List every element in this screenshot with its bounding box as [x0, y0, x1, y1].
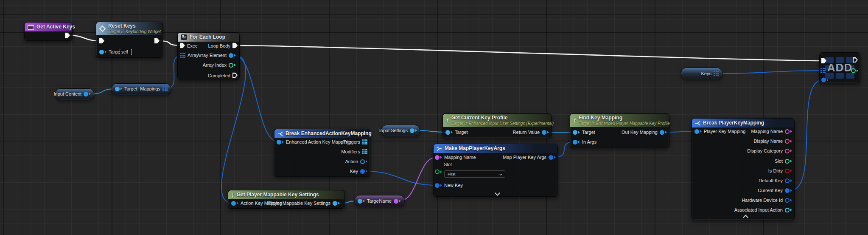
- slot-select-value: First: [448, 172, 455, 176]
- break-struct-icon: [695, 121, 700, 126]
- make-map-player-key-args-header: Make MapPlayerKeyArgs: [434, 144, 557, 153]
- wire[interactable]: [234, 55, 278, 142]
- input-settings-out-pin[interactable]: Input Settings: [379, 128, 417, 133]
- loop-icon: ↻: [181, 34, 187, 40]
- wire[interactable]: [365, 171, 437, 185]
- in-args-in-pin[interactable]: In Args: [573, 139, 596, 144]
- blueprint-graph-canvas[interactable]: Get Active KeysReset KeysTarget is Keybi…: [0, 0, 868, 235]
- pin-label: In Args: [582, 139, 596, 144]
- hardware-device-id-out-pin[interactable]: Hardware Device Id: [742, 198, 792, 203]
- pin-circle: [851, 68, 856, 73]
- name-out-pin[interactable]: Name: [379, 198, 401, 204]
- pin-wedge: [366, 170, 367, 173]
- pin-label: Default Key: [759, 178, 783, 183]
- expand-pins-chevron[interactable]: [496, 191, 499, 195]
- node-title: Reset Keys: [108, 23, 161, 29]
- default-key-out-pin[interactable]: Default Key: [759, 178, 792, 183]
- target-self-input[interactable]: self: [120, 49, 132, 55]
- pin-label: Enhanced Action Key Mapping: [286, 139, 350, 144]
- exec-out-pin[interactable]: [65, 33, 70, 38]
- display-name-out-pin[interactable]: Display Name: [754, 139, 792, 144]
- pin-wedge: [578, 141, 580, 143]
- node-subtitle: Target is Enhanced Player Mappable Key P…: [579, 121, 670, 126]
- chevron-up-icon: [743, 215, 748, 220]
- wire[interactable]: [399, 157, 437, 201]
- pin-circle: [115, 87, 120, 91]
- exec-in-pin[interactable]: [99, 38, 104, 44]
- pin-circle: [785, 169, 790, 173]
- pin-circle: [694, 129, 699, 134]
- triggers-out-pin[interactable]: Triggers: [343, 139, 367, 144]
- array-in-pin[interactable]: Array: [180, 53, 199, 58]
- pin-circle: [785, 178, 790, 183]
- exec-in-pin[interactable]: [821, 58, 826, 64]
- pin-label: Player Mappable Key Settings: [268, 201, 330, 206]
- collapse-pins-chevron[interactable]: [744, 215, 748, 219]
- map-player-key-args-out-pin[interactable]: Map Player Key Args: [503, 155, 556, 160]
- target-in-pin[interactable]: Target: [99, 49, 122, 54]
- exec-out-pin[interactable]: [154, 38, 160, 44]
- get-player-mappable-key-settings-node[interactable]: ƒGet Player Mappable Key Settings: [228, 190, 345, 209]
- current-key-out-pin[interactable]: Current Key: [758, 188, 792, 193]
- associated-input-action-out-pin[interactable]: Associated Input Action: [734, 207, 792, 212]
- loop-body-out-pin[interactable]: Loop Body: [208, 43, 238, 48]
- pin-circle: [785, 159, 790, 164]
- enum-in-pin[interactable]: [435, 170, 442, 174]
- pin-wedge: [790, 170, 792, 172]
- return-value-out-pin[interactable]: Return Value: [513, 130, 549, 135]
- key-out-pin[interactable]: Key: [350, 169, 367, 174]
- enhanced-action-key-mapping-in-pin[interactable]: Enhanced Action Key Mapping: [277, 139, 350, 144]
- pin-circle: [360, 169, 365, 174]
- get-active-keys-header: Get Active Keys: [25, 23, 72, 31]
- keys-out-pin[interactable]: Keys: [701, 71, 719, 76]
- node-title: Make MapPlayerKeyArgs: [445, 146, 505, 152]
- target-in-pin[interactable]: Target: [358, 198, 380, 204]
- is-dirty-out-pin[interactable]: Is Dirty: [768, 168, 792, 173]
- exec-out-pin[interactable]: [853, 57, 858, 63]
- pin-wedge: [440, 170, 442, 173]
- mappings-out-pin[interactable]: Mappings: [140, 86, 168, 91]
- modifiers-out-pin[interactable]: Modifiers: [341, 149, 367, 154]
- wire[interactable]: [790, 80, 823, 190]
- pin-wedge: [89, 93, 91, 95]
- wire[interactable]: [236, 45, 823, 61]
- pin-circle: [573, 140, 577, 144]
- completed-out-pin[interactable]: Completed: [208, 73, 238, 78]
- pin-circle: [229, 63, 233, 68]
- pin-circle: [542, 130, 546, 135]
- exec-in-pin[interactable]: Exec: [180, 43, 197, 48]
- pin-label: Triggers: [343, 139, 360, 144]
- node-subtitle: Target is Keybinding Widget: [108, 29, 161, 34]
- player-mappable-key-settings-out-pin[interactable]: Player Mappable Key Settings: [268, 201, 340, 206]
- target-in-pin[interactable]: Target: [445, 130, 468, 135]
- arr-in-pin[interactable]: [820, 68, 826, 73]
- slot-select[interactable]: First: [444, 170, 505, 178]
- new-key-in-pin[interactable]: New Key: [435, 183, 463, 188]
- array-index-out-pin[interactable]: Array Index: [203, 62, 236, 68]
- mapping-name-out-pin[interactable]: Mapping Name: [751, 129, 792, 134]
- input-context-out-pin[interactable]: Input Context: [54, 91, 91, 96]
- reset-keys-header: Reset KeysTarget is Keybinding Widget: [96, 22, 162, 35]
- wire[interactable]: [717, 71, 822, 74]
- exec-pin-arrow: [99, 38, 104, 44]
- node-title: Break PlayerKeyMapping: [703, 120, 764, 126]
- array-element-out-pin[interactable]: Array Element: [197, 53, 236, 58]
- pin-circle: [785, 188, 790, 193]
- pin-wedge: [554, 156, 556, 159]
- struct-in-pin[interactable]: [821, 78, 829, 82]
- out-key-mapping-out-pin[interactable]: Out Key Mapping: [622, 130, 667, 135]
- target-in-pin[interactable]: Target: [115, 86, 137, 91]
- action-out-pin[interactable]: Action: [345, 159, 367, 164]
- slot-out-pin[interactable]: Slot: [775, 159, 792, 164]
- pin-circle: [360, 159, 365, 164]
- mapping-name-in-pin[interactable]: Mapping Name: [435, 155, 476, 160]
- display-category-out-pin[interactable]: Display Category: [747, 148, 792, 153]
- exec-pin-arrow: [65, 33, 70, 38]
- target-in-pin[interactable]: Target: [573, 130, 595, 135]
- player-key-mapping-in-pin[interactable]: Player Key Mapping: [694, 129, 745, 134]
- pin-label: Target: [455, 130, 468, 135]
- pin-label: Is Dirty: [768, 168, 783, 173]
- int-out-pin[interactable]: [851, 68, 858, 73]
- exec-pin-arrow: [154, 38, 160, 44]
- exec-pin-arrow: [180, 43, 185, 48]
